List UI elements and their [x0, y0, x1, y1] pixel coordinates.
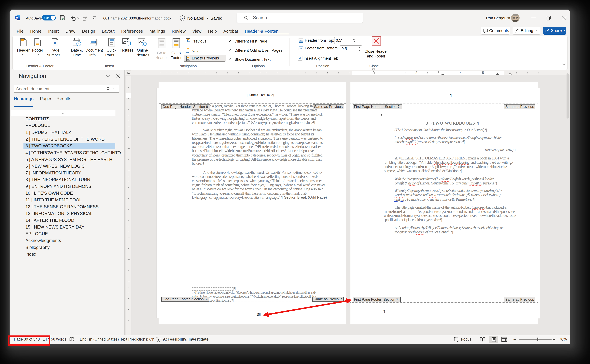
- svg-text:?: ?: [181, 16, 183, 20]
- svg-text:W: W: [16, 17, 18, 19]
- svg-text:#: #: [54, 40, 56, 45]
